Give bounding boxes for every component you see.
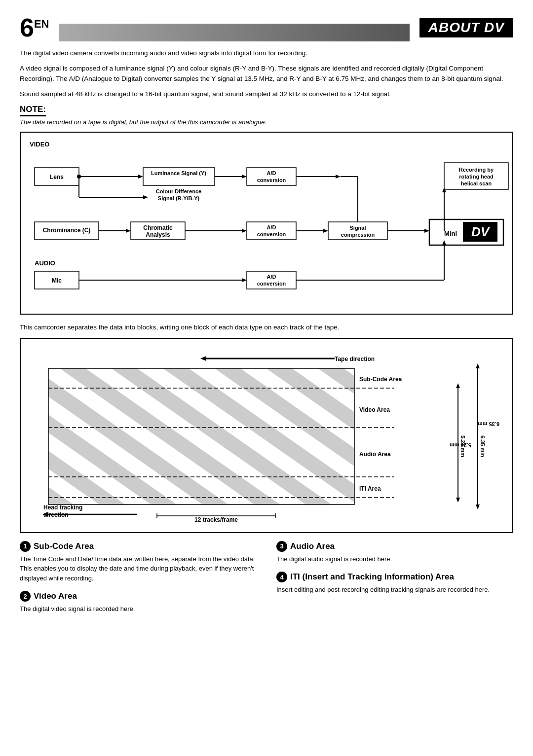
area-4-title: ITI (Insert and Tracking Information) Ar… xyxy=(290,572,454,582)
area-2-heading: 2 Video Area xyxy=(20,591,257,602)
about-dv-title: ABOUT DV xyxy=(419,18,513,37)
svg-marker-85 xyxy=(476,504,480,509)
svg-text:A/D: A/D xyxy=(267,224,276,230)
note-section: NOTE: The data recorded on a tape is dig… xyxy=(20,105,513,126)
svg-text:Chrominance (C): Chrominance (C) xyxy=(43,227,91,234)
area-4-section: 4 ITI (Insert and Tracking Information) … xyxy=(276,572,513,595)
camcorder-text: This camcorder separates the data into b… xyxy=(20,323,513,333)
svg-text:6.35 mm: 6.35 mm xyxy=(480,435,486,457)
svg-text:Signal: Signal xyxy=(349,225,366,231)
svg-text:Head tracking: Head tracking xyxy=(43,504,82,511)
svg-marker-80 xyxy=(456,383,460,388)
page-number: 6EN xyxy=(20,15,49,40)
svg-text:Sub-Code Area: Sub-Code Area xyxy=(359,376,402,383)
area-2-text: The digital video signal is recorded her… xyxy=(20,604,257,614)
svg-text:DV: DV xyxy=(471,224,491,239)
svg-marker-70 xyxy=(48,368,354,504)
svg-text:Colour Difference: Colour Difference xyxy=(156,188,201,194)
svg-text:5.24 mm: 5.24 mm xyxy=(460,435,466,457)
tape-svg: Tape direction Sub-Code Area Video Ar xyxy=(29,347,512,524)
note-text: The data recorded on a tape is digital, … xyxy=(20,118,513,126)
area-2-title: Video Area xyxy=(34,591,77,601)
svg-text:Signal (R-Y/B-Y): Signal (R-Y/B-Y) xyxy=(158,195,200,201)
svg-text:Recording by: Recording by xyxy=(459,167,494,173)
svg-text:Audio Area: Audio Area xyxy=(359,451,391,458)
area-1-text: The Time Code and Date/Time data are wri… xyxy=(20,554,257,583)
area-3-heading: 3 Audio Area xyxy=(276,541,513,552)
svg-text:Mini: Mini xyxy=(444,230,457,237)
svg-marker-13 xyxy=(336,175,341,179)
svg-text:A/D: A/D xyxy=(267,274,276,280)
area-1-section: 1 Sub-Code Area The Time Code and Date/T… xyxy=(20,541,257,583)
svg-text:compression: compression xyxy=(341,232,375,238)
area-4-number: 4 xyxy=(276,572,287,582)
signal-flow-svg: Lens Luminance Signal (Y) A/D conversion… xyxy=(30,153,513,306)
svg-marker-36 xyxy=(323,229,328,233)
svg-marker-26 xyxy=(126,229,131,233)
area-3-section: 3 Audio Area The digital audio signal is… xyxy=(276,541,513,564)
svg-text:helical scan: helical scan xyxy=(461,180,492,186)
svg-text:conversion: conversion xyxy=(257,177,286,183)
svg-text:conversion: conversion xyxy=(257,281,286,287)
area-1-number: 1 xyxy=(20,541,31,552)
svg-text:6.35 mm: 6.35 mm xyxy=(478,421,499,427)
svg-text:Tape direction: Tape direction xyxy=(335,356,375,362)
area-3-text: The digital audio signal is recorded her… xyxy=(276,554,513,564)
bottom-areas-grid: 1 Sub-Code Area The Time Code and Date/T… xyxy=(20,541,513,622)
svg-text:Lens: Lens xyxy=(50,174,64,180)
intro-para-1: The digital video camera converts incomi… xyxy=(20,48,513,59)
svg-text:Chromatic: Chromatic xyxy=(143,224,173,231)
intro-para-2: A video signal is composed of a luminanc… xyxy=(20,64,513,84)
svg-text:Luminance Signal (Y): Luminance Signal (Y) xyxy=(151,170,206,176)
page-header: 6EN ABOUT DV xyxy=(20,15,513,41)
area-1-heading: 1 Sub-Code Area xyxy=(20,541,257,552)
svg-text:Mic: Mic xyxy=(52,277,62,284)
svg-marker-56 xyxy=(242,278,247,282)
intro-para-3: Sound sampled at 48 kHz is changed to a … xyxy=(20,89,513,100)
signal-flow-diagram: VIDEO Lens Luminance Signal (Y) A/D conv… xyxy=(20,132,513,315)
svg-text:rotating head: rotating head xyxy=(459,174,494,180)
svg-text:Analysis: Analysis xyxy=(146,231,170,238)
area-1-title: Sub-Code Area xyxy=(34,541,94,551)
svg-text:direction: direction xyxy=(43,511,69,518)
area-4-text: Insert editing and post-recording editin… xyxy=(276,585,513,595)
video-label: VIDEO xyxy=(30,141,503,148)
area-3-title: Audio Area xyxy=(290,541,335,551)
svg-marker-31 xyxy=(242,229,247,233)
svg-marker-64 xyxy=(200,356,206,361)
svg-text:A/D: A/D xyxy=(267,170,276,176)
area-2-number: 2 xyxy=(20,591,31,602)
svg-text:Video Area: Video Area xyxy=(359,406,390,413)
svg-marker-4 xyxy=(138,175,143,179)
svg-text:12 tracks/frame: 12 tracks/frame xyxy=(194,516,238,523)
svg-marker-41 xyxy=(424,229,429,233)
svg-text:conversion: conversion xyxy=(257,231,286,237)
area-2-section: 2 Video Area The digital video signal is… xyxy=(20,591,257,614)
svg-marker-8 xyxy=(242,175,247,179)
svg-text:ITI Area: ITI Area xyxy=(359,485,381,492)
tape-diagram: Tape direction Sub-Code Area Video Ar xyxy=(20,338,513,533)
area-3-number: 3 xyxy=(276,541,287,552)
svg-marker-84 xyxy=(476,363,480,368)
header-stripe xyxy=(59,24,409,41)
svg-marker-22 xyxy=(143,195,148,199)
svg-marker-81 xyxy=(456,498,460,503)
area-4-heading: 4 ITI (Insert and Tracking Information) … xyxy=(276,572,513,582)
svg-text:AUDIO: AUDIO xyxy=(35,259,55,267)
note-heading: NOTE: xyxy=(20,105,46,116)
